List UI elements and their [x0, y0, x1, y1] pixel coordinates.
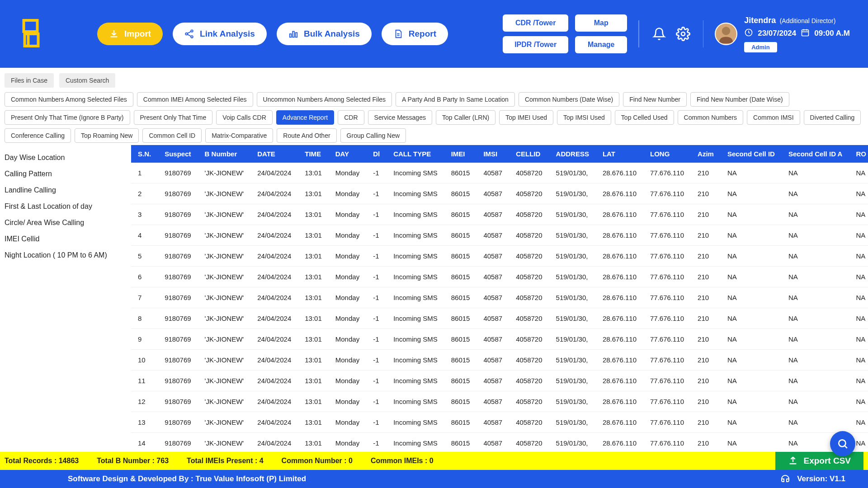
filter-chip[interactable]: Matrix-Comparative	[205, 128, 273, 143]
table-header[interactable]: DAY	[329, 145, 366, 163]
table-cell: 77.676.110	[643, 350, 691, 371]
table-header[interactable]: TIME	[298, 145, 329, 163]
table-cell: 11	[131, 371, 158, 391]
table-row[interactable]: 39180769'JK-JIONEW'24/04/202413:01Monday…	[131, 204, 868, 225]
table-row[interactable]: 19180769'JK-JIONEW'24/04/202413:01Monday…	[131, 163, 868, 183]
table-header[interactable]: DATE	[250, 145, 298, 163]
table-cell: Incoming SMS	[387, 163, 444, 183]
table-cell: 24/04/2024	[250, 412, 298, 433]
table-header[interactable]: Dl	[366, 145, 387, 163]
filter-chip[interactable]: Top IMEI Used	[499, 110, 553, 125]
bulk-analysis-label: Bulk Analysis	[304, 29, 360, 39]
headset-icon[interactable]	[780, 473, 791, 486]
gear-icon[interactable]	[675, 25, 692, 42]
search-fab[interactable]	[830, 431, 855, 456]
status-bar: Total Records : 14863 Total B Number : 7…	[0, 452, 868, 470]
sidebar-item[interactable]: Night Location ( 10 PM to 6 AM)	[0, 247, 131, 263]
manage-button[interactable]: Manage	[575, 36, 627, 53]
table-header[interactable]: RO	[849, 145, 868, 163]
table-header[interactable]: CELLID	[509, 145, 549, 163]
filter-chip[interactable]: Diverted Calling	[804, 110, 861, 125]
filter-chip[interactable]: A Party And B Party In Same Location	[396, 92, 515, 107]
table-header[interactable]: Azim	[691, 145, 721, 163]
table-header[interactable]: LAT	[596, 145, 643, 163]
filter-chip[interactable]: Route And Other	[277, 128, 336, 143]
table-row[interactable]: 99180769'JK-JIONEW'24/04/202413:01Monday…	[131, 329, 868, 350]
filter-chip[interactable]: Common IMSI	[747, 110, 800, 125]
sidebar-item[interactable]: Day Wise Location	[0, 150, 131, 166]
filter-chip[interactable]: Present Only That Time	[134, 110, 213, 125]
filter-chip[interactable]: Service Messages	[368, 110, 432, 125]
tab-top[interactable]: Files in Case	[5, 73, 54, 88]
table-cell: 28.676.110	[596, 412, 643, 433]
table-row[interactable]: 59180769'JK-JIONEW'24/04/202413:01Monday…	[131, 246, 868, 267]
export-csv-button[interactable]: Export CSV	[775, 452, 863, 470]
import-button[interactable]: Import	[97, 23, 163, 45]
table-row[interactable]: 79180769'JK-JIONEW'24/04/202413:01Monday…	[131, 287, 868, 308]
table-header[interactable]: S.N.	[131, 145, 158, 163]
table-cell: NA	[721, 350, 782, 371]
sidebar-item[interactable]: IMEI Cellid	[0, 231, 131, 247]
table-header[interactable]: LONG	[643, 145, 691, 163]
filter-chip[interactable]: Advance Report	[276, 110, 334, 125]
sidebar-item[interactable]: First & Last Location of day	[0, 198, 131, 215]
table-wrap[interactable]: S.N.SuspectB NumberDATETIMEDAYDlCALL TYP…	[131, 145, 868, 466]
table-row[interactable]: 49180769'JK-JIONEW'24/04/202413:01Monday…	[131, 225, 868, 246]
table-cell: 13:01	[298, 412, 329, 433]
table-row[interactable]: 109180769'JK-JIONEW'24/04/202413:01Monda…	[131, 350, 868, 371]
ipdr-tower-button[interactable]: IPDR /Tower	[503, 36, 568, 53]
filter-chip[interactable]: CDR	[338, 110, 364, 125]
filter-chip[interactable]: Voip Calls CDR	[216, 110, 272, 125]
sidebar-item[interactable]: Calling Pattern	[0, 166, 131, 182]
sidebar-item[interactable]: Circle/ Area Wise Calling	[0, 215, 131, 231]
filter-chip[interactable]: Common IMEI Among Selected Files	[137, 92, 253, 107]
table-cell: 'JK-JIONEW'	[198, 267, 251, 287]
filter-chip[interactable]: Find New Number	[623, 92, 687, 107]
table-row[interactable]: 69180769'JK-JIONEW'24/04/202413:01Monday…	[131, 267, 868, 287]
table-header[interactable]: Second Cell ID	[721, 145, 782, 163]
report-button[interactable]: Report	[382, 23, 448, 45]
table-cell: NA	[782, 163, 849, 183]
filter-chip[interactable]: Top Roaming New	[75, 128, 139, 143]
filter-chip[interactable]: Present Only That Time (Ignore B Party)	[5, 110, 130, 125]
filter-chip[interactable]: Common Cell ID	[142, 128, 202, 143]
bell-icon[interactable]	[651, 25, 668, 42]
user-block[interactable]: Jitendra (Additional Director) 23/07/202…	[715, 16, 850, 52]
table-header[interactable]: Suspect	[158, 145, 198, 163]
link-analysis-button[interactable]: Link Analysis	[173, 23, 267, 45]
filter-chip[interactable]: Group Calling New	[340, 128, 406, 143]
table-cell: 13:01	[298, 350, 329, 371]
cdr-tower-button[interactable]: CDR /Tower	[503, 14, 568, 32]
user-name: Jitendra	[744, 16, 776, 25]
filter-chip[interactable]: Top Celled Used	[615, 110, 674, 125]
filter-chip[interactable]: Top Caller (LRN)	[436, 110, 495, 125]
table-header[interactable]: IMEI	[444, 145, 477, 163]
table-cell: NA	[721, 267, 782, 287]
table-row[interactable]: 29180769'JK-JIONEW'24/04/202413:01Monday…	[131, 183, 868, 204]
divider	[638, 20, 639, 47]
table-header[interactable]: CALL TYPE	[387, 145, 444, 163]
table-row[interactable]: 139180769'JK-JIONEW'24/04/202413:01Monda…	[131, 412, 868, 433]
table-row[interactable]: 119180769'JK-JIONEW'24/04/202413:01Monda…	[131, 371, 868, 391]
filter-chip[interactable]: Top IMSI Used	[557, 110, 611, 125]
table-row[interactable]: 149180769'JK-JIONEW'24/04/202413:01Monda…	[131, 433, 868, 454]
tab-top[interactable]: Custom Search	[59, 73, 115, 88]
table-cell: 13:01	[298, 371, 329, 391]
table-header[interactable]: ADDRESS	[549, 145, 596, 163]
table-header[interactable]: B Number	[198, 145, 251, 163]
table-header[interactable]: Second Cell ID A	[782, 145, 849, 163]
table-row[interactable]: 129180769'JK-JIONEW'24/04/202413:01Monda…	[131, 391, 868, 412]
map-button[interactable]: Map	[575, 14, 627, 32]
table-row[interactable]: 89180769'JK-JIONEW'24/04/202413:01Monday…	[131, 308, 868, 329]
table-cell: 28.676.110	[596, 287, 643, 308]
filter-chip[interactable]: Conference Calling	[5, 128, 71, 143]
filter-chip[interactable]: Common Numbers Among Selected Files	[5, 92, 133, 107]
table-header[interactable]: IMSI	[476, 145, 509, 163]
filter-chip[interactable]: Find New Number (Date Wise)	[690, 92, 789, 107]
sidebar-item[interactable]: Landline Calling	[0, 182, 131, 198]
filter-chip[interactable]: Common Numbers	[678, 110, 743, 125]
filter-chip[interactable]: Uncommon Numbers Among Selected Files	[257, 92, 392, 107]
app-logo[interactable]	[18, 18, 43, 50]
filter-chip[interactable]: Common Numbers (Date Wise)	[519, 92, 619, 107]
bulk-analysis-button[interactable]: Bulk Analysis	[277, 23, 372, 45]
